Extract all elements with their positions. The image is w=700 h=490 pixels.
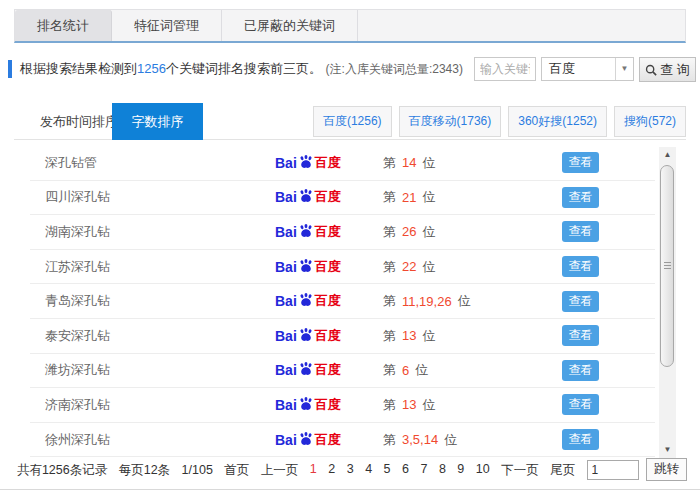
rank-prefix: 第 [383,154,396,172]
baidu-logo: Bai百度 [275,215,341,249]
view-button[interactable]: 查看 [562,291,599,312]
summary-note: (注:入库关键词总量:2343) [326,62,463,76]
engine-select[interactable]: 百度 ▼ [541,57,634,81]
rank-suffix: 位 [422,327,435,345]
rank-suffix: 位 [458,292,471,310]
table-row: 深孔钻管 Bai百度 第14位 查看 [30,146,655,181]
rank-value: 22 [402,259,416,274]
rank-prefix: 第 [383,396,396,414]
jump-button[interactable]: 跳转 [646,458,687,481]
page-number-1[interactable]: 1 [310,462,317,476]
page-number-9[interactable]: 9 [457,462,464,476]
next-page-link[interactable]: 下一页 [501,459,539,481]
view-button[interactable]: 查看 [562,256,599,277]
prev-page-link[interactable]: 上一页 [261,459,299,481]
search-icon [645,64,657,76]
baidu-paw-icon [298,361,314,377]
rank-prefix: 第 [383,361,396,379]
scrollbar-thumb[interactable] [660,165,674,367]
baidu-logo: Bai百度 [275,423,341,457]
table-row: 湖南深孔钻 Bai百度 第26位 查看 [30,215,655,250]
baidu-logo-text-en: Bai [275,362,297,378]
blue-accent-bar [8,60,12,78]
tab-feature-word-management[interactable]: 特征词管理 [112,10,222,41]
scroll-up-icon[interactable]: ▲ [659,147,676,163]
rank-value: 21 [402,190,416,205]
keyword-count: 1256 [137,61,166,76]
keyword-label: 徐州深孔钻 [45,423,110,457]
baidu-logo-text-en: Bai [275,189,297,205]
rank-text: 第13位 [383,388,435,422]
view-button[interactable]: 查看 [562,360,599,381]
page-number-4[interactable]: 4 [365,462,372,476]
baidu-logo-text-en: Bai [275,224,297,240]
baidu-logo-text-cn: 百度 [315,431,341,449]
baidu-logo-text-en: Bai [275,397,297,413]
page-number-5[interactable]: 5 [384,462,391,476]
baidu-logo-text-cn: 百度 [315,396,341,414]
rank-text: 第21位 [383,181,435,215]
table-row: 四川深孔钻 Bai百度 第21位 查看 [30,181,655,216]
baidu-logo-text-cn: 百度 [315,223,341,241]
view-button[interactable]: 查看 [562,325,599,346]
rank-text: 第6位 [383,354,428,388]
table-row: 济南深孔钻 Bai百度 第13位 查看 [30,388,655,423]
jump-page-input[interactable] [587,460,639,480]
rank-text: 第3,5,14位 [383,423,457,457]
rank-suffix: 位 [422,223,435,241]
rank-text: 第26位 [383,215,435,249]
page-number-8[interactable]: 8 [439,462,446,476]
rank-text: 第14位 [383,146,435,180]
filter-baidu-button[interactable]: 百度(1256) [313,106,392,137]
records-total: 共有1256条记录 [17,459,107,481]
chevron-down-icon[interactable]: ▼ [615,58,633,80]
page-number-6[interactable]: 6 [402,462,409,476]
tab-ranking-statistics[interactable]: 排名统计 [15,10,112,41]
keyword-label: 湖南深孔钻 [45,215,110,249]
first-page-link[interactable]: 首页 [224,459,249,481]
baidu-logo: Bai百度 [275,146,341,180]
rank-suffix: 位 [422,258,435,276]
rank-prefix: 第 [383,258,396,276]
info-bar: 根据搜索结果检测到1256个关键词排名搜索前三页。 (注:入库关键词总量:234… [8,56,698,84]
vertical-scrollbar[interactable]: ▲ ▼ [659,147,676,458]
baidu-paw-icon [298,258,314,274]
page-number-10[interactable]: 10 [476,462,490,476]
rank-value: 3,5,14 [402,432,438,447]
scroll-down-icon[interactable]: ▼ [659,442,676,458]
baidu-paw-icon [298,396,314,412]
view-button[interactable]: 查看 [562,394,599,415]
rank-value: 13 [402,397,416,412]
rank-value: 13 [402,328,416,343]
baidu-logo-text-cn: 百度 [315,188,341,206]
query-button[interactable]: 查 询 [639,57,696,82]
baidu-logo-text-en: Bai [275,155,297,171]
baidu-logo-text-en: Bai [275,293,297,309]
rank-value: 11,19,26 [402,294,452,309]
tab-blocked-keywords[interactable]: 已屏蔽的关键词 [222,10,358,41]
keyword-label: 潍坊深孔钻 [45,354,110,388]
filter-baidu-mobile-button[interactable]: 百度移动(1736) [399,106,502,137]
page-number-2[interactable]: 2 [328,462,335,476]
filter-sogou-button[interactable]: 搜狗(572) [614,106,686,137]
page-number-7[interactable]: 7 [420,462,427,476]
baidu-paw-icon [298,431,314,447]
last-page-link[interactable]: 尾页 [550,459,575,481]
rank-value: 14 [402,155,416,170]
scrollbar-grip-icon [664,262,671,269]
keyword-search-input[interactable] [474,57,536,81]
baidu-logo: Bai百度 [275,319,341,353]
pagination-bar: 共有1256条记录 每页12条 1/105 首页 上一页 1 2 3 4 5 6… [0,458,700,482]
view-button[interactable]: 查看 [562,429,599,450]
view-button[interactable]: 查看 [562,221,599,242]
per-page-label: 每页12条 [119,459,170,481]
view-button[interactable]: 查看 [562,187,599,208]
filter-360-haosou-button[interactable]: 360好搜(1252) [508,106,607,137]
keyword-label: 四川深孔钻 [45,181,110,215]
rank-text: 第11,19,26位 [383,284,471,318]
page-number-3[interactable]: 3 [347,462,354,476]
keyword-label: 泰安深孔钻 [45,319,110,353]
baidu-logo-text-cn: 百度 [315,154,341,172]
sort-tab-word-count[interactable]: 字数排序 [112,103,203,140]
view-button[interactable]: 查看 [562,152,599,173]
